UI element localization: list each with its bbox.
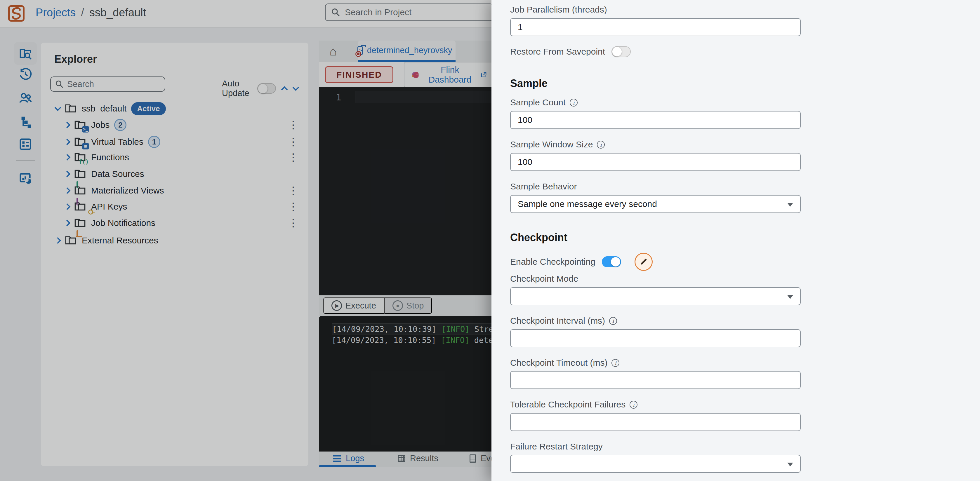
checkpoint-interval-label: Checkpoint Interval (ms) i bbox=[510, 316, 617, 326]
toggle-knob bbox=[611, 257, 620, 267]
restore-from-savepoint-label: Restore From Savepoint bbox=[510, 47, 605, 57]
checkpoint-section-heading: Checkpoint bbox=[510, 232, 567, 244]
job-parallelism-input[interactable] bbox=[510, 18, 801, 36]
tolerable-checkpoint-failures-input[interactable] bbox=[510, 413, 801, 431]
dropdown-caret-icon bbox=[787, 203, 793, 206]
pencil-icon bbox=[639, 257, 648, 266]
enable-checkpointing-toggle[interactable] bbox=[602, 256, 621, 267]
sample-count-label: Sample Count i bbox=[510, 97, 578, 107]
sample-behavior-value: Sample one message every second bbox=[518, 199, 657, 209]
checkpoint-timeout-label: Checkpoint Timeout (ms) i bbox=[510, 358, 619, 368]
info-icon[interactable]: i bbox=[611, 359, 619, 367]
sample-section-heading: Sample bbox=[510, 77, 547, 90]
failure-restart-strategy-label: Failure Restart Strategy bbox=[510, 441, 603, 451]
restore-from-savepoint-toggle[interactable] bbox=[611, 46, 631, 57]
sample-window-size-label: Sample Window Size i bbox=[510, 140, 605, 149]
edit-checkpointing-button[interactable] bbox=[635, 253, 653, 271]
info-icon[interactable]: i bbox=[570, 98, 578, 106]
restore-from-savepoint-row: Restore From Savepoint bbox=[510, 46, 631, 57]
tolerable-checkpoint-failures-label: Tolerable Checkpoint Failures i bbox=[510, 400, 638, 410]
enable-checkpointing-row: Enable Checkpointing bbox=[510, 253, 653, 271]
checkpoint-interval-input[interactable] bbox=[510, 329, 801, 347]
drawer-backdrop[interactable] bbox=[0, 0, 492, 481]
toggle-knob bbox=[612, 47, 622, 56]
enable-checkpointing-label: Enable Checkpointing bbox=[510, 257, 595, 267]
sample-count-input[interactable] bbox=[510, 111, 801, 129]
checkpoint-mode-select[interactable] bbox=[510, 287, 801, 305]
info-icon[interactable]: i bbox=[597, 141, 605, 149]
info-icon[interactable]: i bbox=[609, 317, 617, 325]
sample-behavior-label: Sample Behavior bbox=[510, 181, 577, 192]
job-settings-drawer: Job Parallelism (threads) Restore From S… bbox=[492, 0, 980, 481]
checkpoint-timeout-input[interactable] bbox=[510, 371, 801, 389]
failure-restart-strategy-select[interactable] bbox=[510, 455, 801, 473]
sample-behavior-select[interactable]: Sample one message every second bbox=[510, 195, 801, 213]
info-icon[interactable]: i bbox=[630, 401, 638, 409]
dropdown-caret-icon bbox=[787, 463, 793, 467]
sample-window-size-input[interactable] bbox=[510, 153, 801, 171]
dropdown-caret-icon bbox=[787, 295, 793, 299]
checkpoint-mode-label: Checkpoint Mode bbox=[510, 274, 578, 284]
job-parallelism-label: Job Parallelism (threads) bbox=[510, 5, 607, 14]
